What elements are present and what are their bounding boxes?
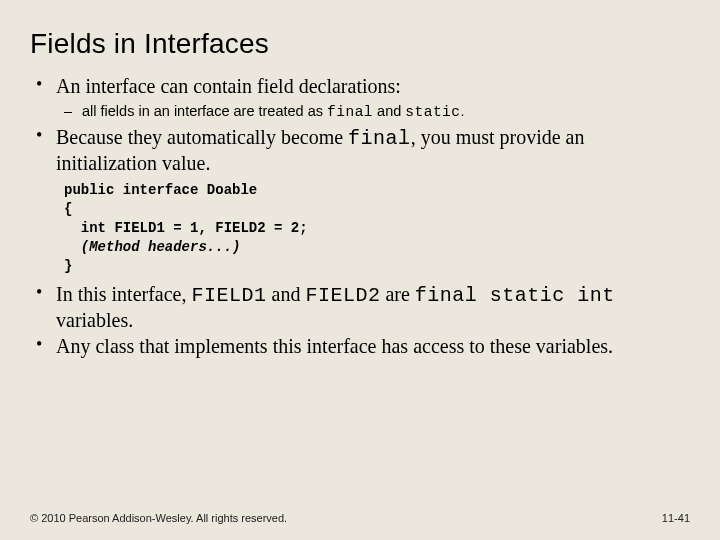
bullet-4: Any class that implements this interface…: [50, 334, 690, 358]
sub-1-post: .: [461, 103, 465, 119]
page-number: 11-41: [662, 512, 690, 524]
code-l2: {: [64, 201, 72, 217]
code-l4: (Method headers...): [64, 239, 240, 255]
bullet-list-2: In this interface, FIELD1 and FIELD2 are…: [30, 282, 690, 358]
bullet-1: An interface can contain field declarati…: [50, 74, 690, 121]
sub-1-mid: and: [373, 103, 405, 119]
b3-mid2: are: [380, 283, 414, 305]
code-final-2: final: [348, 127, 411, 150]
code-field1: FIELD1: [192, 284, 267, 307]
sub-list-1: all fields in an interface are treated a…: [56, 102, 690, 121]
bullet-list: An interface can contain field declarati…: [30, 74, 690, 175]
code-field2: FIELD2: [305, 284, 380, 307]
b3-post: variables.: [56, 309, 133, 331]
bullet-3: In this interface, FIELD1 and FIELD2 are…: [50, 282, 690, 332]
bullet-2: Because they automatically become final,…: [50, 125, 690, 175]
b3-mid1: and: [267, 283, 306, 305]
slide-title: Fields in Interfaces: [30, 28, 690, 60]
sub-bullet-1: all fields in an interface are treated a…: [78, 102, 690, 121]
footer: © 2010 Pearson Addison-Wesley. All right…: [30, 512, 690, 524]
sub-1-pre: all fields in an interface are treated a…: [82, 103, 327, 119]
b4-text: Any class that implements this interface…: [56, 335, 613, 357]
code-final-static-int: final static int: [415, 284, 615, 307]
slide: Fields in Interfaces An interface can co…: [0, 0, 720, 540]
code-l5: }: [64, 258, 72, 274]
b2-pre: Because they automatically become: [56, 126, 348, 148]
code-l3: int FIELD1 = 1, FIELD2 = 2;: [64, 220, 308, 236]
code-static: static: [405, 104, 460, 120]
code-block: public interface Doable { int FIELD1 = 1…: [64, 181, 690, 275]
code-l1: public interface Doable: [64, 182, 257, 198]
b3-pre: In this interface,: [56, 283, 192, 305]
bullet-1-text: An interface can contain field declarati…: [56, 75, 401, 97]
code-final: final: [327, 104, 373, 120]
copyright-text: © 2010 Pearson Addison-Wesley. All right…: [30, 512, 287, 524]
